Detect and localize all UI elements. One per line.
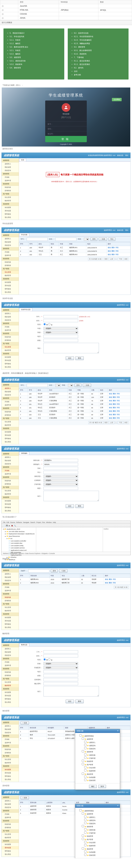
del-link[interactable]: 删除 [113, 403, 116, 405]
tree-node[interactable]: 教师管理 [79, 844, 119, 847]
tab-student-list[interactable]: 学生列表 [19, 233, 29, 236]
sidebar-item[interactable]: 成绩录入 [2, 724, 19, 728]
sidebar-item[interactable]: 角色权限 [2, 843, 19, 846]
sidebar-item[interactable]: 教师管理 [2, 609, 19, 613]
sidebar-group[interactable]: 课程管理 [2, 322, 19, 325]
tree-node[interactable]: 用户管理 [79, 838, 119, 841]
sidebar-item[interactable]: 成绩录入 [2, 237, 19, 241]
tree-node[interactable]: 学生管理 [79, 841, 119, 844]
sidebar-item[interactable]: 教师管理 [2, 684, 19, 687]
sidebar-item[interactable]: 选课申请 [2, 179, 19, 182]
sidebar-item[interactable]: 我的成绩 [2, 576, 19, 579]
sidebar-item[interactable]: 学生管理 [2, 489, 19, 493]
sidebar-item[interactable]: 学生管理 [2, 833, 19, 836]
export-button[interactable]: 导出 [108, 238, 115, 241]
login-password-field[interactable]: 密码： [45, 126, 87, 131]
sidebar-group[interactable]: 用户管理 [2, 677, 19, 681]
sidebar-item[interactable]: 角色权限 [2, 499, 19, 503]
sidebar-item[interactable]: 学生管理 [2, 758, 19, 761]
sidebar-item[interactable]: 菜单设置 [2, 771, 19, 775]
sidebar-item[interactable]: 密码修改 [2, 213, 19, 216]
sidebar-group[interactable]: 成绩管理 [2, 452, 19, 456]
sidebar-item[interactable]: 选课申请 [2, 403, 19, 407]
tree-node[interactable]: 成绩查询 [79, 744, 119, 747]
edit-link[interactable]: 修改 [109, 396, 112, 398]
sidebar-item[interactable]: 菜单设置 [2, 503, 19, 506]
del-link[interactable]: 删除 [112, 250, 115, 252]
sidebar-item[interactable]: 学生管理 [2, 420, 19, 424]
sidebar-group[interactable]: 课程管理 [2, 809, 19, 813]
sidebar-group[interactable]: 成绩管理 [2, 383, 19, 387]
sidebar-item[interactable]: 成绩录入 [2, 572, 19, 576]
view-link[interactable]: 详情 [117, 403, 120, 405]
pager[interactable]: 共 3 条 每页 15 条 首页上页1下页末页 [19, 256, 130, 261]
sidebar-item[interactable]: 开课表 [2, 586, 19, 589]
sidebar-item[interactable]: 菜单设置 [2, 846, 19, 849]
del-link[interactable]: 删除 [113, 407, 116, 408]
sidebar-item[interactable]: 开课表 [2, 469, 19, 472]
sidebar-item[interactable]: 教师管理 [2, 761, 19, 765]
sidebar-item[interactable]: 高级查询 [2, 169, 19, 172]
reset-button[interactable]: 重填 [75, 356, 84, 360]
edit-link[interactable]: 修改 [108, 247, 111, 248]
sidebar-item[interactable]: 班级列表 [2, 596, 19, 599]
sidebar-item[interactable]: 新增班级 [2, 599, 19, 602]
sidebar-item[interactable]: 班级列表 [2, 748, 19, 751]
ide-menu-item[interactable]: Run [42, 522, 45, 523]
sidebar-item[interactable]: 选课申请 [2, 816, 19, 819]
sidebar-group[interactable]: 用户管理 [2, 602, 19, 606]
del-link[interactable]: 删除 [112, 254, 115, 255]
tree-node[interactable]: 成绩管理 [79, 738, 119, 741]
sidebar-item[interactable]: 新增班级 [2, 826, 19, 829]
sidebar-item[interactable]: 选课申请 [2, 472, 19, 476]
view-link[interactable]: 详情 [115, 247, 119, 248]
sidebar-item[interactable]: 退出系统 [2, 216, 19, 219]
tree-node[interactable]: 课程列表 [79, 753, 119, 756]
filter-name-input[interactable] [55, 238, 76, 241]
sidebar-item[interactable]: 学生管理 [2, 345, 19, 349]
tree-node[interactable]: 成绩查询 [79, 819, 119, 822]
sidebar-group[interactable]: 用户管理 [2, 192, 19, 196]
search-button[interactable]: 查询 [90, 238, 97, 241]
sidebar-item[interactable]: 班级列表 [2, 410, 19, 413]
ide-menu-item[interactable]: Edit [7, 522, 9, 523]
sidebar-item[interactable]: 退出系统 [2, 509, 19, 513]
sidebar-item[interactable]: 成绩录入 [2, 387, 19, 390]
sidebar-group[interactable]: 课程管理 [2, 734, 19, 738]
tree-node[interactable]: 班级管理 [79, 835, 119, 838]
sidebar-item[interactable]: 学生管理 [2, 606, 19, 609]
sidebar-group[interactable]: 成绩管理 [2, 644, 19, 647]
sidebar-group[interactable]: 班级管理 [2, 592, 19, 596]
tree-node[interactable]: 系统管理 [79, 773, 119, 776]
ide-menu-item[interactable]: Project [36, 522, 41, 523]
sidebar-group[interactable]: 班级管理 [2, 744, 19, 748]
sidebar-item[interactable]: 菜单设置 [2, 694, 19, 698]
sidebar-group[interactable]: 课程管理 [2, 172, 19, 176]
del-link[interactable]: 删除 [112, 247, 115, 248]
login-captcha-field[interactable]: 验证码： [45, 131, 87, 136]
reset-button[interactable]: 重填 [75, 504, 84, 508]
tree-node[interactable]: 成绩管理 [79, 812, 119, 815]
sidebar-group[interactable]: 系统管理 [2, 277, 19, 281]
sidebar-item[interactable]: 班级列表 [2, 671, 19, 674]
edit-link[interactable]: 修改 [109, 410, 112, 412]
sidebar-item[interactable]: 开课表 [2, 325, 19, 329]
sidebar-item[interactable]: 教师管理 [2, 493, 19, 496]
sidebar-group[interactable]: 课程管理 [2, 397, 19, 400]
ide-menu-item[interactable]: Search [30, 522, 35, 523]
sidebar-item[interactable]: 我的成绩 [2, 166, 19, 169]
login-help-badge[interactable]: 点击帮助 [112, 98, 122, 101]
del-link[interactable]: 删除 [113, 396, 116, 398]
tree-node[interactable]: 课程管理 [79, 825, 119, 828]
sidebar-item[interactable]: 成绩录入 [2, 647, 19, 650]
sidebar-item[interactable]: 密码修改 [2, 437, 19, 440]
sidebar-item[interactable]: 成绩录入 [2, 162, 19, 166]
sidebar-group[interactable]: 用户管理 [2, 267, 19, 271]
sidebar-item[interactable]: 高级查询 [2, 579, 19, 582]
sidebar-item[interactable]: 教师管理 [2, 424, 19, 427]
sidebar-item[interactable]: 教师管理 [2, 274, 19, 277]
ide-menu-item[interactable]: Window [46, 522, 52, 523]
sidebar-item[interactable]: 菜单设置 [2, 209, 19, 213]
sidebar-group[interactable]: 班级管理 [2, 667, 19, 671]
sidebar-item[interactable]: 高级查询 [2, 731, 19, 734]
